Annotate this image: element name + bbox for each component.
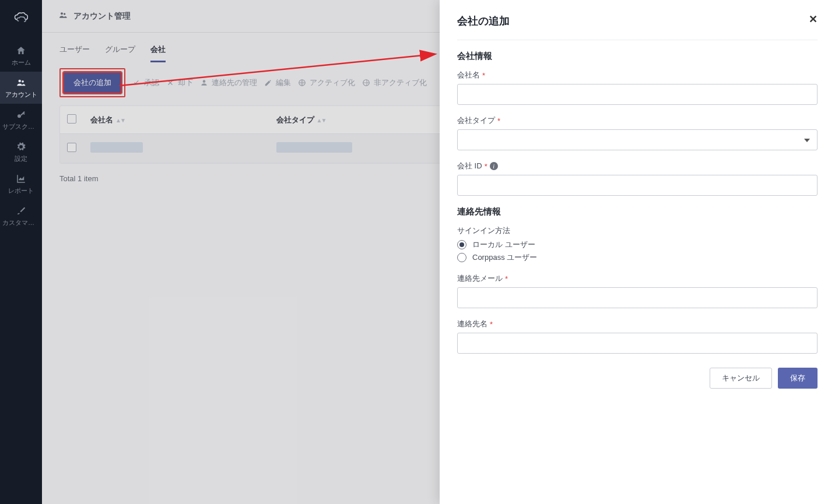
svg-point-2 bbox=[17, 114, 21, 118]
save-button[interactable]: 保存 bbox=[778, 368, 818, 389]
svg-point-1 bbox=[22, 80, 24, 83]
signin-option-local[interactable]: ローカル ユーザー bbox=[457, 239, 818, 250]
company-id-label: 会社 ID bbox=[457, 161, 482, 171]
required-mark: * bbox=[482, 71, 485, 80]
svg-point-5 bbox=[203, 80, 206, 83]
company-type-label: 会社タイプ bbox=[457, 115, 495, 126]
edit-button[interactable]: 編集 bbox=[264, 77, 291, 88]
company-name-label: 会社名 bbox=[457, 70, 480, 80]
svg-point-3 bbox=[61, 12, 63, 15]
radio-icon bbox=[457, 240, 466, 249]
section-company-info: 会社情報 bbox=[457, 51, 818, 62]
users-icon bbox=[58, 10, 68, 22]
contact-name-input[interactable] bbox=[457, 333, 818, 354]
drawer-title: 会社の追加 bbox=[457, 14, 510, 28]
tab-companies[interactable]: 会社 bbox=[150, 44, 166, 62]
company-type-select[interactable] bbox=[457, 129, 818, 150]
sort-icon: ▲▼ bbox=[317, 117, 326, 124]
sidebar-item-report[interactable]: レポート bbox=[0, 168, 42, 200]
activate-button[interactable]: アクティブ化 bbox=[298, 77, 355, 88]
required-mark: * bbox=[485, 162, 487, 171]
key-icon bbox=[16, 110, 26, 120]
col-company-name[interactable]: 会社名▲▼ bbox=[83, 106, 269, 134]
select-all-checkbox[interactable] bbox=[67, 114, 76, 124]
sidebar-item-subscription[interactable]: サブスクリ… bbox=[0, 104, 42, 136]
contact-name-label: 連絡先名 bbox=[457, 319, 487, 329]
cancel-button[interactable]: キャンセル bbox=[710, 368, 772, 389]
svg-point-4 bbox=[64, 13, 65, 15]
annotation-highlight: 会社の追加 bbox=[59, 68, 125, 97]
redacted-text bbox=[90, 142, 143, 153]
close-button[interactable]: ✕ bbox=[809, 14, 818, 24]
sidebar-item-settings[interactable]: 設定 bbox=[0, 136, 42, 168]
manage-contacts-button[interactable]: 連絡先の管理 bbox=[200, 77, 257, 88]
required-mark: * bbox=[497, 117, 500, 125]
contact-email-label: 連絡先メール bbox=[457, 273, 503, 284]
add-company-drawer: 会社の追加 ✕ 会社情報 会社名* 会社タイプ* 会社 ID*i 連絡先情報 サ… bbox=[440, 0, 835, 504]
add-company-button[interactable]: 会社の追加 bbox=[63, 72, 122, 94]
svg-point-0 bbox=[19, 80, 22, 83]
home-icon bbox=[16, 45, 26, 56]
sidebar-item-home[interactable]: ホーム bbox=[0, 40, 42, 72]
company-name-input[interactable] bbox=[457, 84, 818, 105]
check-icon bbox=[132, 79, 141, 87]
sidebar-item-label: ホーム bbox=[12, 58, 31, 67]
reject-button[interactable]: 却下 bbox=[166, 77, 193, 88]
page-title: アカウント管理 bbox=[73, 11, 131, 22]
x-icon bbox=[166, 79, 174, 87]
sort-icon: ▲▼ bbox=[115, 117, 125, 124]
brush-icon bbox=[16, 206, 26, 216]
approve-button[interactable]: 承認 bbox=[132, 77, 159, 88]
radio-icon bbox=[457, 253, 466, 262]
section-contact-info: 連絡先情報 bbox=[457, 206, 818, 217]
sidebar-item-label: サブスクリ… bbox=[2, 122, 40, 131]
sidebar-item-label: レポート bbox=[8, 186, 34, 195]
row-checkbox[interactable] bbox=[67, 143, 76, 152]
gear-icon bbox=[16, 142, 26, 152]
sidebar-item-customize[interactable]: カスタマイズ bbox=[0, 200, 42, 232]
redacted-text bbox=[276, 142, 352, 153]
required-mark: * bbox=[505, 274, 508, 283]
info-icon[interactable]: i bbox=[490, 162, 498, 170]
sidebar: ホーム アカウント サブスクリ… 設定 レポート カスタマイズ bbox=[0, 0, 42, 504]
company-id-input[interactable] bbox=[457, 175, 818, 196]
contact-email-input[interactable] bbox=[457, 287, 818, 308]
globe-off-icon bbox=[362, 79, 370, 87]
deactivate-button[interactable]: 非アクティブ化 bbox=[362, 77, 427, 88]
app-logo bbox=[10, 7, 31, 28]
user-icon bbox=[200, 79, 208, 87]
globe-icon bbox=[298, 79, 306, 87]
sidebar-item-label: カスタマイズ bbox=[2, 218, 40, 227]
tab-groups[interactable]: グループ bbox=[105, 44, 135, 62]
signin-option-corppass[interactable]: Corppass ユーザー bbox=[457, 252, 818, 263]
sidebar-item-label: 設定 bbox=[15, 154, 27, 163]
chart-icon bbox=[16, 174, 26, 184]
tab-users[interactable]: ユーザー bbox=[59, 44, 90, 62]
users-icon bbox=[16, 77, 26, 88]
sidebar-item-label: アカウント bbox=[5, 90, 37, 99]
sidebar-item-account[interactable]: アカウント bbox=[0, 72, 42, 104]
pencil-icon bbox=[264, 79, 272, 87]
signin-method-label: サインイン方法 bbox=[457, 225, 510, 236]
required-mark: * bbox=[490, 320, 493, 329]
